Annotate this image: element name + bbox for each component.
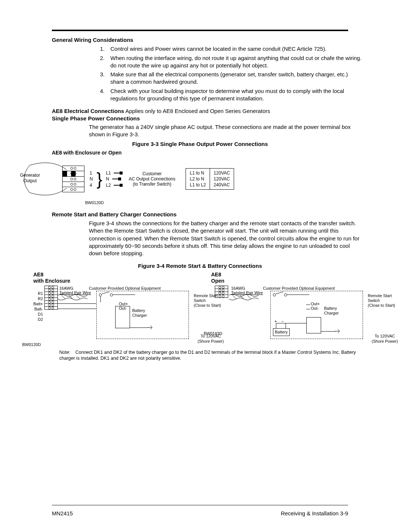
shore-power-label: To 120VAC (Shore Power)	[366, 334, 400, 343]
ln-labels: L1 N L2	[106, 170, 121, 188]
numbered-list: 1.Control wires and Power wires cannot b…	[100, 45, 363, 102]
label-l2: L2	[106, 182, 111, 188]
cust-line: Customer	[129, 171, 175, 176]
fig34-left: AE8 with Enclosure R1 R2 Batt+ Batt- D1 …	[15, 272, 200, 346]
list-item: 4.Check with your local building inspect…	[100, 87, 363, 103]
contact-icon	[284, 293, 287, 296]
top-rule	[52, 30, 348, 31]
table-cell: 240VAC	[214, 182, 230, 188]
left-title-2: with Enclosure	[33, 278, 70, 284]
list-item: 3.Make sure that all the electrical comp…	[100, 71, 363, 86]
row-label: Batt+	[28, 301, 43, 306]
right-title-2: Open	[211, 278, 224, 284]
wire-line	[113, 295, 135, 295]
opt-eq-label: Customer Provided Optional Equipment	[263, 286, 335, 291]
out-plus: Out+	[311, 302, 320, 306]
contact-icon	[273, 293, 276, 296]
wire-line	[321, 331, 336, 332]
label-l1: L1	[106, 170, 111, 176]
cust-line: (to Transfer Switch)	[129, 182, 175, 187]
wire-line	[286, 323, 286, 328]
switch-icon	[102, 292, 109, 294]
wire-stub-icon	[114, 173, 121, 173]
wire-stub-icon	[114, 185, 121, 186]
switch-icon	[276, 292, 283, 294]
terminal-block	[44, 286, 58, 310]
wire-line	[276, 323, 306, 323]
single-phase-para: The generator has a 240V single phase AC…	[89, 123, 363, 139]
bc-line: Battery	[132, 308, 149, 313]
terminal-row-labels: R1 R2 Batt+ Batt- D1 D2	[28, 291, 43, 322]
table-cell: L2 to N	[190, 176, 206, 182]
wire-line	[276, 323, 276, 328]
remote-start-heading: Remote Start and Battery Charger Connect…	[52, 211, 385, 218]
wire-line	[58, 303, 96, 304]
row-label: R2	[28, 296, 43, 301]
pin-n: N	[90, 176, 93, 182]
wire-line	[100, 296, 101, 302]
shore-line: (Shore Power)	[366, 339, 400, 344]
contact-icon	[110, 293, 113, 296]
shore-line: To 120VAC	[366, 334, 400, 339]
charger-box-icon	[115, 306, 130, 328]
page-footer: MN2415 Receiving & Installation 3-9	[15, 510, 385, 517]
wire-line	[306, 309, 310, 309]
wire-stub-icon	[112, 179, 120, 179]
heading-note: Applies only to AE8 Enclosed and Open Se…	[124, 108, 270, 114]
list-text: When routing the interface wiring, do no…	[110, 54, 363, 70]
label-n: N	[106, 176, 109, 182]
row-label: Batt-	[28, 306, 43, 312]
pin-1: 1	[90, 170, 93, 176]
fig33-subcaption: AE8 with Enclosure or Open	[52, 149, 385, 156]
cust-line: AC Output Connections	[129, 176, 175, 182]
twisted-wire-icon	[229, 293, 262, 301]
list-text: Control wires and Power wires cannot be …	[110, 45, 327, 53]
footer-right: Receiving & Installation 3-9	[281, 510, 348, 517]
rss-line: (Close to Start)	[368, 303, 400, 308]
heading-text: AE8 Electrical Connections	[52, 108, 124, 114]
footer-rule	[52, 505, 348, 505]
fig34-right: AE8 Open 16AWG Twisted Pair Wire Custome…	[200, 272, 385, 346]
list-num: 4.	[100, 87, 110, 103]
row-label: D2	[28, 317, 43, 322]
battery-charger-box: Battery Charger	[323, 305, 342, 316]
footer-left: MN2415	[52, 510, 73, 517]
list-num: 3.	[100, 71, 110, 86]
fig33-diagram: Generator Output 1 N 4 } L1 N L2 Custome…	[22, 159, 385, 199]
bc-line: Charger	[324, 311, 340, 316]
fig33-caption: Figure 3-3 Single Phase Output Power Con…	[15, 140, 385, 148]
list-num: 2.	[100, 54, 110, 70]
note-label: Note:	[59, 349, 74, 355]
wire-line	[130, 327, 149, 328]
terminal-block	[215, 286, 228, 298]
pin-4: 4	[90, 182, 93, 188]
fig34-diagram: AE8 with Enclosure R1 R2 Batt+ Batt- D1 …	[15, 272, 385, 346]
list-text: Make sure that all the electrical compon…	[110, 71, 363, 86]
wire-line	[58, 309, 96, 309]
out-plus: Out+	[119, 302, 128, 306]
bracket-icon: }	[96, 170, 103, 187]
general-wiring-heading: General Wiring Considerations	[52, 36, 385, 44]
battery-charger-box: Battery Charger	[131, 307, 150, 319]
contact-icon	[99, 293, 102, 296]
twisted-wire-icon	[58, 293, 91, 301]
drawing-number: BW0120D	[22, 342, 41, 348]
list-text: Check with your local building inspector…	[110, 87, 363, 103]
list-num: 1.	[100, 45, 110, 53]
optional-equipment-box: Remote Start Switch (Close to Start) Out…	[270, 291, 363, 339]
remote-start-para: Figure 3-4 shows the connections for the…	[89, 220, 363, 257]
bc-line: Battery	[324, 306, 340, 311]
wire-line	[287, 295, 309, 295]
terminal-block	[62, 166, 84, 192]
remote-start-switch-label: Remote Start Switch (Close to Start)	[366, 293, 400, 309]
charger-box-icon	[306, 317, 321, 333]
row-label: D1	[28, 312, 43, 317]
footnote: Note: Connect DK1 and DK2 of the battery…	[59, 349, 367, 362]
out-labels: Out+ Out-	[311, 302, 320, 310]
table-cell: L1 to L2	[190, 182, 206, 188]
list-item: 1.Control wires and Power wires cannot b…	[100, 45, 363, 53]
ae8-connections-heading: AE8 Electrical Connections Applies only …	[52, 107, 385, 115]
rss-line: Remote Start Switch	[368, 293, 400, 303]
single-phase-heading: Single Phase Power Connections	[52, 115, 385, 122]
pin-numbers: 1 N 4	[89, 170, 93, 188]
